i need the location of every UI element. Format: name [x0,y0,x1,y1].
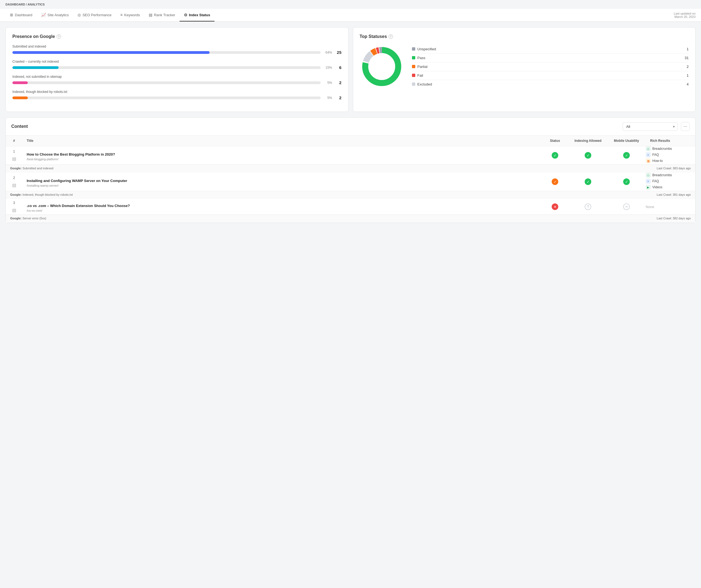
col-title: Title [22,135,541,146]
article-title[interactable]: How to Choose the Best Blogging Platform… [27,152,537,157]
tab-seo-performance[interactable]: ◎ SEO Performance [73,9,116,21]
google-label: Google: [10,193,22,196]
bar-fill [12,51,210,54]
dashboard-icon: ⊞ [10,13,13,17]
row-rich-cell: None [646,199,695,215]
presence-title: Presence on Google ? [12,34,341,39]
legend-row: Excluded 4 [412,80,689,88]
legend-row: Fail 1 [412,71,689,80]
breadcrumb-dashboard[interactable]: DASHBOARD [5,3,25,6]
row-rich-cell: ◇Breadcrumbs≡FAQ▦How-to [646,146,695,165]
legend-count: 2 [687,65,689,69]
col-rich: Rich Results [646,135,695,146]
bar-track: 64% 25 [12,50,341,55]
breadcrumb: DASHBOARD / ANALYTICS [0,0,701,9]
row-number: 1 ▤ [6,146,22,165]
bar-percent: 5% [323,81,332,85]
video-icon: ▶ [646,185,651,190]
filter-wrap: All Posts Pages [623,122,678,131]
bar-background [12,96,321,99]
legend-count: 1 [687,73,689,77]
legend-label: Unspecified [418,47,685,51]
article-icon: ▤ [12,183,16,188]
article-title[interactable]: .co vs .com – Which Domain Extension Sho… [27,204,537,208]
bar-background [12,81,321,84]
breadcrumb-icon: ◇ [646,146,651,151]
tab-rank-tracker[interactable]: ▤ Rank Tracker [145,9,180,21]
row-status-cell: ✓ [541,146,569,165]
google-status: Submitted and indexed [23,167,54,170]
site-analytics-icon: 📈 [41,13,46,17]
article-url[interactable]: /installing-wamp-server/ [27,184,537,187]
legend-count: 4 [687,82,689,86]
last-crawl: Last Crawl: 381 days ago [657,193,691,196]
content-header: Content All Posts Pages ··· [6,118,695,135]
content-filter[interactable]: All Posts Pages [623,122,678,131]
top-statuses-help-icon[interactable]: ? [389,34,393,39]
col-mobile: Mobile Usability [607,135,646,146]
status-minus: − [623,204,630,210]
top-statuses-panel: Top Statuses ? [353,27,696,112]
status-unknown: ? [585,204,591,210]
col-num: # [6,135,22,146]
row-indexing-cell: ✓ [569,146,607,165]
tab-site-analytics[interactable]: 📈 Site Analytics [37,9,73,21]
last-crawl: Last Crawl: 382 days ago [657,217,691,220]
content-title: Content [11,124,619,129]
keywords-icon: ≡ [120,13,123,17]
article-icon: ▤ [12,208,16,213]
legend-label: Partial [418,65,685,69]
top-panels: Presence on Google ? Submitted and index… [5,27,696,112]
status-check: ✓ [552,152,558,159]
seo-performance-icon: ◎ [77,13,81,17]
row-mobile-cell: ✓ [607,173,646,191]
table-row: 1 ▤ How to Choose the Best Blogging Plat… [6,146,695,165]
presence-help-icon[interactable]: ? [57,34,61,39]
content-panel: Content All Posts Pages ··· # Title Stat… [5,117,696,223]
google-status: Server error (5xx) [23,217,46,220]
bar-row: Indexed, though blocked by robots.txt 5%… [12,90,341,100]
article-icon: ▤ [12,156,16,162]
more-options-button[interactable]: ··· [681,122,690,131]
bar-percent: 5% [323,96,332,100]
donut-chart [360,44,404,88]
table-row-footer: Google: Indexed, though blocked by robot… [6,191,695,199]
article-title[interactable]: Installing and Configuring WAMP Server o… [27,179,537,183]
breadcrumb-icon: ◇ [646,173,651,178]
rich-result-item: ≡FAQ [646,152,695,157]
bar-count: 6 [335,65,341,70]
bar-label: Submitted and indexed [12,44,341,48]
bar-label: Indexed, though blocked by robots.txt [12,90,341,94]
bar-percent: 64% [323,51,332,54]
tab-keywords[interactable]: ≡ Keywords [116,9,144,21]
bar-row: Submitted and indexed 64% 25 [12,44,341,55]
legend-dot [412,74,415,77]
index-status-icon: ⊙ [184,13,187,17]
row-rich-cell: ◇Breadcrumbs≡FAQ▶Videos [646,173,695,191]
legend-count: 31 [685,56,689,60]
legend-label: Pass [418,56,683,60]
tab-dashboard[interactable]: ⊞ Dashboard [5,9,37,21]
status-check: ✓ [585,152,591,159]
tab-index-status[interactable]: ⊙ Index Status [180,9,215,21]
bar-row: Indexed, not submitted in sitemap 5% 2 [12,75,341,85]
rich-result-item: ▶Videos [646,185,695,190]
howto-icon: ▦ [646,158,651,163]
status-check: ✓ [585,179,591,185]
tab-site-analytics-label: Site Analytics [48,13,69,17]
bar-row: Crawled – currently not indexed 15% 6 [12,60,341,70]
table-row-footer: Google: Server error (5xx) Last Crawl: 3… [6,215,695,223]
bar-label: Crawled – currently not indexed [12,60,341,63]
row-footer: Google: Indexed, though blocked by robot… [6,191,695,199]
tabs: ⊞ Dashboard 📈 Site Analytics ◎ SEO Perfo… [5,9,668,21]
tab-rank-tracker-label: Rank Tracker [154,13,175,17]
col-indexing: Indexing Allowed [569,135,607,146]
rich-result-item: ◇Breadcrumbs [646,173,695,178]
article-url[interactable]: /co-vs-com/ [27,209,537,212]
status-error: ✕ [552,204,558,210]
legend-dot [412,56,415,59]
article-url[interactable]: /best-blogging-platform/ [27,158,537,161]
content-tbody: 1 ▤ How to Choose the Best Blogging Plat… [6,146,695,223]
rich-result-item: ◇Breadcrumbs [646,146,695,151]
status-warning: ✓ [552,179,558,185]
